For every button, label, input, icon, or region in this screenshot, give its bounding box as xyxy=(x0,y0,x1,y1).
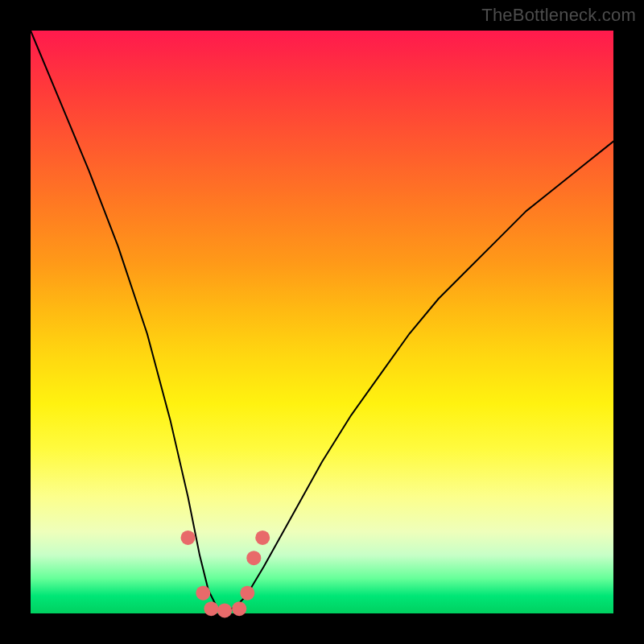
bottleneck-curve xyxy=(31,31,613,610)
marker-dot xyxy=(246,551,261,565)
near-min-markers xyxy=(181,530,270,618)
marker-dot xyxy=(196,586,210,601)
curve-svg xyxy=(31,31,613,613)
marker-dot xyxy=(232,601,246,616)
marker-dot xyxy=(181,530,196,545)
marker-dot xyxy=(240,586,254,601)
marker-dot xyxy=(217,603,232,617)
chart-frame: TheBottleneck.com xyxy=(0,0,644,644)
plot-area xyxy=(31,31,613,613)
watermark-text: TheBottleneck.com xyxy=(481,5,636,26)
marker-dot xyxy=(255,530,270,545)
marker-dot xyxy=(204,601,218,616)
